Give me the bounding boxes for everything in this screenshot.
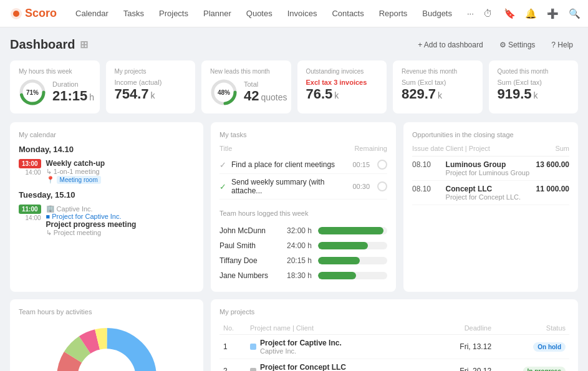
proj-row-1: 2 Project for Concept LLC Concept LLC <box>219 359 569 372</box>
team-name-0: John McDunn <box>219 226 276 235</box>
tasks-panel: My tasks Title Remaining ✓ Find a place … <box>211 122 396 292</box>
dashboard-actions: + Add to dashboard ⚙ Settings ? Help <box>413 38 578 52</box>
stat-quoted-value: 919.5 <box>498 86 532 102</box>
projects-panel-title: My projects <box>219 308 569 316</box>
nav-contacts[interactable]: Contacts <box>325 5 370 22</box>
stat-invoices-value: 76.5 <box>306 86 333 102</box>
stat-quoted-sublabel: Sum (Excl tax) <box>498 79 542 86</box>
stat-hours-sublabel: Duration <box>52 80 94 88</box>
dashboard-title: Dashboard ⊞ <box>10 37 88 52</box>
proj-status-1: In progress <box>495 359 569 372</box>
stat-cards: My hours this week 71% Duration 21:15 h <box>10 60 578 113</box>
stat-card-hours: My hours this week 71% Duration 21:15 h <box>10 60 100 113</box>
dashboard-header: Dashboard ⊞ + Add to dashboard ⚙ Setting… <box>10 37 578 52</box>
proj-no-0: 1 <box>219 335 246 359</box>
activities-panel: Team hours by activities <box>10 299 203 371</box>
stat-invoices-highlight: Excl tax 3 invoices <box>306 79 367 86</box>
nav-planner[interactable]: Planner <box>197 5 238 22</box>
timer-icon[interactable]: ⏱ <box>480 5 496 22</box>
task-remaining-1: 00:30 <box>352 183 370 190</box>
stat-revenue-unit: k <box>438 90 442 100</box>
proj-row-0: 1 Project for Captive Inc. Captive Inc. <box>219 335 569 359</box>
task-remaining-0: 00:15 <box>352 161 370 168</box>
stat-card-revenue: Revenue this month Sum (Excl tax) 829.7 … <box>393 60 483 113</box>
opp-client-col-1: Concept LLC Project for Concept LLC. <box>446 181 534 205</box>
nav-invoices[interactable]: Invoices <box>281 5 324 22</box>
stat-revenue-label: Revenue this month <box>402 68 474 75</box>
team-hours-label: Team hours logged this week <box>219 210 387 217</box>
cal-event-0: 13:00 14:00 Weekly catch-up ↳ 1-on-1 mee… <box>19 159 195 184</box>
logo[interactable]: Scoro <box>10 7 57 20</box>
cal-event-location-0: 📍 Meeting room <box>46 176 195 184</box>
opp-table: Issue date Client | Project Sum 08.10 Lu… <box>412 145 569 205</box>
team-bar-3 <box>318 272 356 279</box>
add-to-dashboard-button[interactable]: + Add to dashboard <box>413 38 488 52</box>
nav-projects[interactable]: Projects <box>153 5 195 22</box>
cal-end-time-1400b: 14:00 <box>19 214 41 221</box>
opportunities-panel: Opportunities in the closing stage Issue… <box>403 122 578 292</box>
team-row-1: Paul Smith 24:00 h <box>219 238 387 253</box>
team-bar-wrap-1 <box>318 242 387 249</box>
nav-reports[interactable]: Reports <box>373 5 414 22</box>
stat-revenue-sublabel: Sum (Excl tax) <box>402 79 446 86</box>
team-hours-val-2: 20:15 h <box>282 256 312 265</box>
stat-invoices-sublabel: Excl tax 3 invoices <box>306 79 367 86</box>
stat-hours-unit: h <box>89 92 94 102</box>
cal-event-1: 11:00 14:00 🏢 Captive Inc. ■ Project for… <box>19 205 195 237</box>
stat-revenue-value: 829.7 <box>402 86 436 102</box>
stat-hours-value: 21:15 <box>52 88 87 104</box>
stat-projects-sublabel: Income (actual) <box>115 79 162 86</box>
add-icon[interactable]: ➕ <box>545 5 561 22</box>
nav-quotes[interactable]: Quotes <box>240 5 279 22</box>
stat-leads-label: New leads this month <box>210 68 282 75</box>
team-name-1: Paul Smith <box>219 241 276 250</box>
opp-col-date: Issue date <box>412 145 446 157</box>
cal-event-sub-0: ↳ 1-on-1 meeting <box>46 168 195 176</box>
proj-col-no: No. <box>219 322 246 335</box>
opp-row-1: 08.10 Concept LLC Project for Concept LL… <box>412 181 569 205</box>
opp-sum-1: 11 000.00 <box>534 181 569 205</box>
search-icon[interactable]: 🔍 <box>567 5 582 22</box>
calendar-panel-title: My calendar <box>19 131 195 138</box>
stat-projects-label: My projects <box>115 68 187 75</box>
nav-tasks[interactable]: Tasks <box>117 5 150 22</box>
opp-panel-title: Opportunities in the closing stage <box>412 131 569 138</box>
stat-invoices-unit: k <box>334 90 339 100</box>
proj-name-0: Project for Captive Inc. <box>260 339 342 347</box>
proj-deadline-1: Fri, 20.12 <box>431 359 496 372</box>
bell-icon[interactable]: 🔔 <box>524 5 539 22</box>
leads-donut: 48% <box>210 79 238 106</box>
dashboard-config-icon[interactable]: ⊞ <box>80 39 88 51</box>
nav-more[interactable]: ··· <box>461 5 480 22</box>
help-button[interactable]: ? Help <box>546 38 578 52</box>
team-row-3: Jane Numbers 18:30 h <box>219 268 387 283</box>
stat-quoted-label: Quoted this month <box>498 68 570 75</box>
team-bar-wrap-2 <box>318 257 387 264</box>
stat-projects-value: 754.7 <box>115 86 149 102</box>
nav-calendar[interactable]: Calendar <box>69 5 115 22</box>
tasks-panel-title: My tasks <box>219 131 387 138</box>
task-circle-0 <box>377 160 387 170</box>
team-row-2: Tiffany Doe 20:15 h <box>219 253 387 268</box>
settings-button[interactable]: ⚙ Settings <box>494 38 541 52</box>
opp-date-1: 08.10 <box>412 181 446 205</box>
opp-col-sum: Sum <box>534 145 569 157</box>
opp-col-client: Client | Project <box>446 145 534 157</box>
calendar-panel: My calendar Monday, 14.10 13:00 14:00 We… <box>10 122 203 292</box>
proj-deadline-0: Fri, 13.12 <box>431 335 496 359</box>
opp-sum-0: 13 600.00 <box>534 157 569 181</box>
opp-client-col-0: Luminous Group Project for Luminous Grou… <box>446 157 534 181</box>
tasks-col-remaining: Remaining <box>354 145 387 152</box>
stat-card-projects: My projects Income (actual) 754.7 k <box>106 60 196 113</box>
bookmark-icon[interactable]: 🔖 <box>502 5 518 22</box>
stat-hours-label: My hours this week <box>19 68 91 75</box>
proj-spacer-0 <box>420 335 431 359</box>
team-hours-val-3: 18:30 h <box>282 271 312 280</box>
hours-donut-label: 71% <box>26 89 39 96</box>
proj-client-0: Captive Inc. <box>260 347 342 355</box>
proj-col-deadline: Deadline <box>431 322 496 335</box>
nav-budgets[interactable]: Budgets <box>416 5 458 22</box>
proj-col-status: Status <box>495 322 569 335</box>
tasks-col-title: Title <box>219 145 232 152</box>
tasks-header: Title Remaining <box>219 145 387 152</box>
